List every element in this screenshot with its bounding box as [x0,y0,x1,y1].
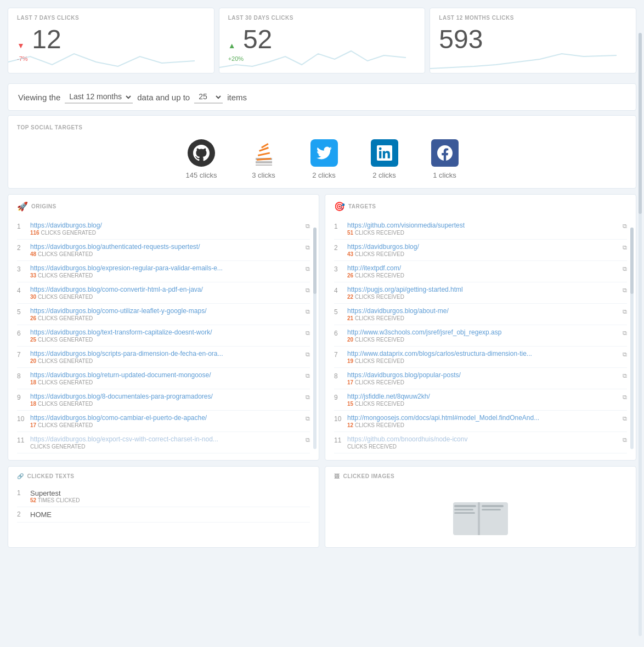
external-link-icon: ⧉ [306,435,310,444]
svg-rect-3 [257,161,271,162]
target-link[interactable]: http://www.dataprix.com/blogs/carlos/est… [347,350,583,357]
svg-rect-2 [256,164,272,166]
text-item-2: 2 HOME [17,507,310,523]
origins-list-item: 1 https://davidburgos.blog/ 116 CLICKS G… [17,218,310,240]
origins-list-item: 6 https://davidburgos.blog/text-transfor… [17,325,310,347]
origin-link[interactable]: https://davidburgos.blog/scripts-para-di… [30,350,266,357]
clicked-images-card: 🖼 CLICKED IMAGES [325,466,636,548]
svg-rect-10 [454,505,476,507]
github-icon [188,139,215,167]
origin-link[interactable]: https://davidburgos.blog/ [30,222,266,229]
external-link-icon: ⧉ [623,286,627,294]
targets-list: 1 https://github.com/visionmedia/superte… [334,218,627,453]
twitter-clicks: 2 clicks [312,171,336,179]
origin-link[interactable]: https://davidburgos.blog/export-csv-with… [30,435,266,443]
target-link[interactable]: http://itextpdf.com/ [347,264,583,272]
bottom-section: 🔗 CLICKED TEXTS 1 Supertest 52 TIMES CLI… [8,466,636,548]
social-item-linkedin: 2 clicks [371,139,398,179]
viewing-bar: Viewing the Last 12 months Last 7 days L… [8,83,636,111]
external-link-icon: ⧉ [306,371,310,379]
stackoverflow-clicks: 3 clicks [252,171,275,179]
period-select[interactable]: Last 12 months Last 7 days Last 30 days [65,90,133,104]
external-link-icon: ⧉ [623,243,627,251]
social-item-twitter: 2 clicks [310,139,338,179]
stat-card-30days: LAST 30 DAYS CLICKS ▲ 52 +20% [219,8,426,73]
targets-list-item: 11 https://github.com/bnoordhuis/node-ic… [334,432,627,453]
targets-list-item: 10 http://mongoosejs.com/docs/api.html#m… [334,411,627,432]
targets-list-item: 4 https://pugjs.org/api/getting-started.… [334,282,627,304]
targets-list-item: 8 https://davidburgos.blog/popular-posts… [334,368,627,389]
targets-title: TARGETS [348,203,376,209]
origins-card: 🚀 ORIGINS 1 https://davidburgos.blog/ 11… [8,194,319,461]
items-select[interactable]: 25 10 50 100 [194,90,223,104]
social-icons-row: 145 clicks 3 clicks [17,139,627,179]
external-link-icon: ⧉ [623,222,627,230]
targets-scrollbar[interactable] [630,228,634,449]
target-link[interactable]: https://davidburgos.blog/popular-posts/ [347,371,583,379]
github-clicks: 145 clicks [185,171,217,179]
origins-list-item: 11 https://davidburgos.blog/export-csv-w… [17,432,310,453]
target-link[interactable]: http://mongoosejs.com/docs/api.html#mode… [347,414,583,422]
svg-rect-9 [478,502,480,535]
origins-list: 1 https://davidburgos.blog/ 116 CLICKS G… [17,218,310,453]
targets-header: 🎯 TARGETS [334,201,627,212]
origins-list-item: 9 https://davidburgos.blog/8-documentale… [17,389,310,411]
text-item-1: 1 Supertest 52 TIMES CLICKED [17,486,310,507]
clicked-images-title: CLICKED IMAGES [343,473,395,479]
targets-list-item: 2 https://davidburgos.blog/ 43 CLICKS RE… [334,240,627,261]
external-link-icon: ⧉ [306,222,310,230]
svg-rect-14 [482,509,501,510]
stat-card-12months: LAST 12 MONTHS CLICKS 593 [430,8,636,73]
origin-link[interactable]: https://davidburgos.blog/expresion-regul… [30,264,266,272]
svg-rect-11 [454,509,473,510]
origins-scrollbar-thumb [313,228,317,294]
clicked-texts-card: 🔗 CLICKED TEXTS 1 Supertest 52 TIMES CLI… [8,466,319,548]
linkedin-clicks: 2 clicks [372,171,396,179]
target-link[interactable]: http://jsfiddle.net/8qwuw2kh/ [347,393,583,400]
target-link[interactable]: https://pugjs.org/api/getting-started.ht… [347,286,583,293]
origin-link[interactable]: https://davidburgos.blog/8-documentales-… [30,393,266,400]
external-link-icon: ⧉ [306,307,310,315]
target-link[interactable]: https://davidburgos.blog/about-me/ [347,307,583,315]
external-link-icon: ⧉ [623,264,627,273]
targets-list-item: 6 http://www.w3schools.com/jsref/jsref_o… [334,325,627,347]
origins-list-item: 10 https://davidburgos.blog/como-cambiar… [17,411,310,432]
stackoverflow-icon [250,139,278,167]
image-placeholder-svg [448,497,513,541]
origins-scrollbar[interactable] [313,228,317,449]
target-link[interactable]: http://www.w3schools.com/jsref/jsref_obj… [347,328,583,336]
images-placeholder [334,486,627,541]
stat-card-7days: LAST 7 DAYS CLICKS ▼ 12 -7% [8,8,214,73]
top-stats-section: LAST 7 DAYS CLICKS ▼ 12 -7% LAST 30 DAYS… [0,0,644,81]
facebook-icon [431,139,459,167]
external-link-icon: ⧉ [306,264,310,273]
clicked-images-icon: 🖼 [334,473,340,479]
target-link[interactable]: https://davidburgos.blog/ [347,243,583,251]
origins-list-item: 2 https://davidburgos.blog/authenticated… [17,240,310,261]
target-link[interactable]: https://github.com/bnoordhuis/node-iconv [347,435,583,443]
targets-card: 🎯 TARGETS 1 https://github.com/visionmed… [325,194,636,461]
origins-list-item: 3 https://davidburgos.blog/expresion-reg… [17,261,310,282]
facebook-clicks: 1 clicks [433,171,456,179]
clicked-texts-icon: 🔗 [17,473,24,479]
external-link-icon: ⧉ [623,393,627,401]
external-link-icon: ⧉ [306,328,310,337]
origin-link[interactable]: https://davidburgos.blog/como-convertir-… [30,286,266,293]
clicked-texts-header: 🔗 CLICKED TEXTS [17,473,310,479]
origins-list-item: 7 https://davidburgos.blog/scripts-para-… [17,347,310,368]
clicked-images-header: 🖼 CLICKED IMAGES [334,473,627,479]
sparkline-12months [430,46,617,73]
origin-link[interactable]: https://davidburgos.blog/return-updated-… [30,371,266,379]
external-link-icon: ⧉ [623,414,627,422]
targets-list-item: 9 http://jsfiddle.net/8qwuw2kh/ 15 CLICK… [334,389,627,411]
viewing-suffix: items [227,93,247,102]
origins-header: 🚀 ORIGINS [17,201,310,212]
origins-icon: 🚀 [17,201,28,212]
svg-rect-5 [258,152,270,156]
origin-link[interactable]: https://davidburgos.blog/authenticated-r… [30,243,266,251]
target-link[interactable]: https://github.com/visionmedia/supertest [347,222,583,229]
origin-link[interactable]: https://davidburgos.blog/como-cambiar-el… [30,414,266,422]
stat-label-12months: LAST 12 MONTHS CLICKS [439,15,627,21]
origin-link[interactable]: https://davidburgos.blog/text-transform-… [30,328,266,336]
origin-link[interactable]: https://davidburgos.blog/como-utilizar-l… [30,307,266,315]
